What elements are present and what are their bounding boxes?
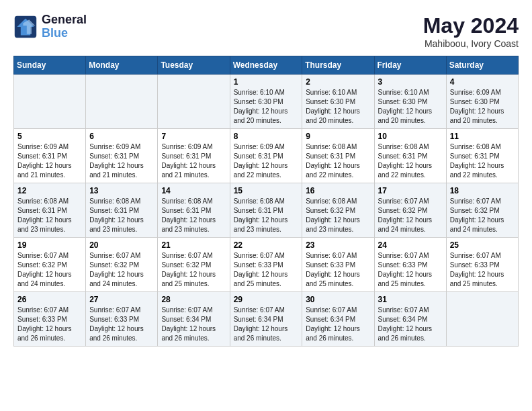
day-number: 30 (306, 295, 370, 304)
logo-icon (13, 15, 38, 39)
main-title: May 2024 (423, 13, 519, 38)
day-cell: 26Sunrise: 6:07 AM Sunset: 6:33 PM Dayli… (14, 292, 86, 347)
day-cell (446, 292, 518, 347)
day-info: Sunrise: 6:07 AM Sunset: 6:32 PM Dayligh… (89, 251, 154, 289)
week-row-4: 19Sunrise: 6:07 AM Sunset: 6:32 PM Dayli… (14, 238, 519, 292)
day-info: Sunrise: 6:10 AM Sunset: 6:30 PM Dayligh… (234, 88, 299, 126)
day-info: Sunrise: 6:09 AM Sunset: 6:31 PM Dayligh… (161, 142, 226, 180)
day-cell: 23Sunrise: 6:07 AM Sunset: 6:33 PM Dayli… (302, 238, 374, 292)
day-number: 9 (306, 132, 370, 141)
day-info: Sunrise: 6:09 AM Sunset: 6:31 PM Dayligh… (234, 142, 299, 180)
day-info: Sunrise: 6:09 AM Sunset: 6:31 PM Dayligh… (17, 142, 82, 180)
calendar-body: 1Sunrise: 6:10 AM Sunset: 6:30 PM Daylig… (14, 75, 519, 347)
day-cell: 30Sunrise: 6:07 AM Sunset: 6:34 PM Dayli… (302, 292, 374, 347)
day-cell: 13Sunrise: 6:08 AM Sunset: 6:31 PM Dayli… (86, 183, 158, 238)
day-info: Sunrise: 6:09 AM Sunset: 6:30 PM Dayligh… (450, 88, 515, 126)
day-info: Sunrise: 6:07 AM Sunset: 6:33 PM Dayligh… (450, 251, 515, 289)
day-info: Sunrise: 6:08 AM Sunset: 6:31 PM Dayligh… (17, 197, 82, 234)
day-number: 29 (234, 295, 299, 304)
day-cell: 19Sunrise: 6:07 AM Sunset: 6:32 PM Dayli… (14, 238, 86, 292)
header-cell-wednesday: Wednesday (230, 56, 302, 75)
day-cell: 21Sunrise: 6:07 AM Sunset: 6:32 PM Dayli… (158, 238, 230, 292)
day-info: Sunrise: 6:09 AM Sunset: 6:31 PM Dayligh… (89, 142, 154, 180)
day-number: 1 (234, 77, 299, 87)
day-number: 17 (378, 186, 443, 195)
header-cell-monday: Monday (86, 56, 158, 75)
day-cell: 3Sunrise: 6:10 AM Sunset: 6:30 PM Daylig… (374, 75, 446, 129)
day-cell: 20Sunrise: 6:07 AM Sunset: 6:32 PM Dayli… (86, 238, 158, 292)
day-number: 10 (378, 132, 443, 141)
day-cell: 29Sunrise: 6:07 AM Sunset: 6:34 PM Dayli… (230, 292, 302, 347)
day-number: 5 (17, 132, 82, 141)
day-number: 28 (161, 295, 226, 304)
header-cell-friday: Friday (374, 56, 446, 75)
header-cell-tuesday: Tuesday (158, 56, 230, 75)
day-number: 21 (161, 240, 226, 250)
day-info: Sunrise: 6:07 AM Sunset: 6:33 PM Dayligh… (17, 306, 82, 343)
day-info: Sunrise: 6:07 AM Sunset: 6:34 PM Dayligh… (161, 306, 226, 343)
day-cell: 5Sunrise: 6:09 AM Sunset: 6:31 PM Daylig… (14, 129, 86, 183)
day-info: Sunrise: 6:07 AM Sunset: 6:32 PM Dayligh… (17, 251, 82, 289)
day-info: Sunrise: 6:07 AM Sunset: 6:33 PM Dayligh… (306, 251, 370, 289)
page-header: General Blue May 2024 Mahiboou, Ivory Co… (13, 13, 519, 49)
day-cell: 6Sunrise: 6:09 AM Sunset: 6:31 PM Daylig… (86, 129, 158, 183)
day-info: Sunrise: 6:07 AM Sunset: 6:32 PM Dayligh… (378, 197, 443, 234)
day-info: Sunrise: 6:08 AM Sunset: 6:32 PM Dayligh… (306, 197, 370, 234)
day-info: Sunrise: 6:08 AM Sunset: 6:31 PM Dayligh… (161, 197, 226, 234)
day-info: Sunrise: 6:08 AM Sunset: 6:31 PM Dayligh… (378, 142, 443, 180)
day-cell: 18Sunrise: 6:07 AM Sunset: 6:32 PM Dayli… (446, 183, 518, 238)
day-number: 12 (17, 186, 82, 195)
day-cell: 4Sunrise: 6:09 AM Sunset: 6:30 PM Daylig… (446, 75, 518, 129)
day-info: Sunrise: 6:08 AM Sunset: 6:31 PM Dayligh… (450, 142, 515, 180)
day-info: Sunrise: 6:10 AM Sunset: 6:30 PM Dayligh… (378, 88, 443, 126)
calendar-table: SundayMondayTuesdayWednesdayThursdayFrid… (13, 56, 519, 347)
day-cell: 22Sunrise: 6:07 AM Sunset: 6:33 PM Dayli… (230, 238, 302, 292)
day-cell: 25Sunrise: 6:07 AM Sunset: 6:33 PM Dayli… (446, 238, 518, 292)
week-row-3: 12Sunrise: 6:08 AM Sunset: 6:31 PM Dayli… (14, 183, 519, 238)
day-number: 15 (234, 186, 299, 195)
day-cell (14, 75, 86, 129)
day-number: 20 (89, 240, 154, 250)
day-number: 14 (161, 186, 226, 195)
week-row-5: 26Sunrise: 6:07 AM Sunset: 6:33 PM Dayli… (14, 292, 519, 347)
day-number: 2 (306, 77, 370, 87)
day-number: 11 (450, 132, 515, 141)
day-cell: 24Sunrise: 6:07 AM Sunset: 6:33 PM Dayli… (374, 238, 446, 292)
day-info: Sunrise: 6:07 AM Sunset: 6:33 PM Dayligh… (378, 251, 443, 289)
day-info: Sunrise: 6:08 AM Sunset: 6:31 PM Dayligh… (306, 142, 370, 180)
logo-text: General Blue (42, 13, 87, 40)
day-number: 26 (17, 295, 82, 304)
day-cell: 8Sunrise: 6:09 AM Sunset: 6:31 PM Daylig… (230, 129, 302, 183)
day-info: Sunrise: 6:10 AM Sunset: 6:30 PM Dayligh… (306, 88, 370, 126)
week-row-2: 5Sunrise: 6:09 AM Sunset: 6:31 PM Daylig… (14, 129, 519, 183)
day-cell: 15Sunrise: 6:08 AM Sunset: 6:31 PM Dayli… (230, 183, 302, 238)
day-cell: 9Sunrise: 6:08 AM Sunset: 6:31 PM Daylig… (302, 129, 374, 183)
day-cell: 16Sunrise: 6:08 AM Sunset: 6:32 PM Dayli… (302, 183, 374, 238)
day-number: 19 (17, 240, 82, 250)
calendar-header: SundayMondayTuesdayWednesdayThursdayFrid… (14, 56, 519, 75)
day-cell: 27Sunrise: 6:07 AM Sunset: 6:33 PM Dayli… (86, 292, 158, 347)
day-info: Sunrise: 6:07 AM Sunset: 6:33 PM Dayligh… (234, 251, 299, 289)
day-info: Sunrise: 6:08 AM Sunset: 6:31 PM Dayligh… (89, 197, 154, 234)
day-cell (86, 75, 158, 129)
day-number: 8 (234, 132, 299, 141)
day-number: 3 (378, 77, 443, 87)
day-info: Sunrise: 6:07 AM Sunset: 6:32 PM Dayligh… (450, 197, 515, 234)
day-info: Sunrise: 6:07 AM Sunset: 6:33 PM Dayligh… (89, 306, 154, 343)
day-number: 27 (89, 295, 154, 304)
day-number: 23 (306, 240, 370, 250)
header-cell-sunday: Sunday (14, 56, 86, 75)
day-number: 18 (450, 186, 515, 195)
day-number: 4 (450, 77, 515, 87)
day-info: Sunrise: 6:08 AM Sunset: 6:31 PM Dayligh… (234, 197, 299, 234)
subtitle: Mahiboou, Ivory Coast (423, 38, 519, 49)
day-number: 13 (89, 186, 154, 195)
day-cell: 31Sunrise: 6:07 AM Sunset: 6:34 PM Dayli… (374, 292, 446, 347)
day-cell: 14Sunrise: 6:08 AM Sunset: 6:31 PM Dayli… (158, 183, 230, 238)
day-cell: 28Sunrise: 6:07 AM Sunset: 6:34 PM Dayli… (158, 292, 230, 347)
day-info: Sunrise: 6:07 AM Sunset: 6:34 PM Dayligh… (234, 306, 299, 343)
day-info: Sunrise: 6:07 AM Sunset: 6:32 PM Dayligh… (161, 251, 226, 289)
day-cell (158, 75, 230, 129)
day-number: 16 (306, 186, 370, 195)
day-cell: 17Sunrise: 6:07 AM Sunset: 6:32 PM Dayli… (374, 183, 446, 238)
